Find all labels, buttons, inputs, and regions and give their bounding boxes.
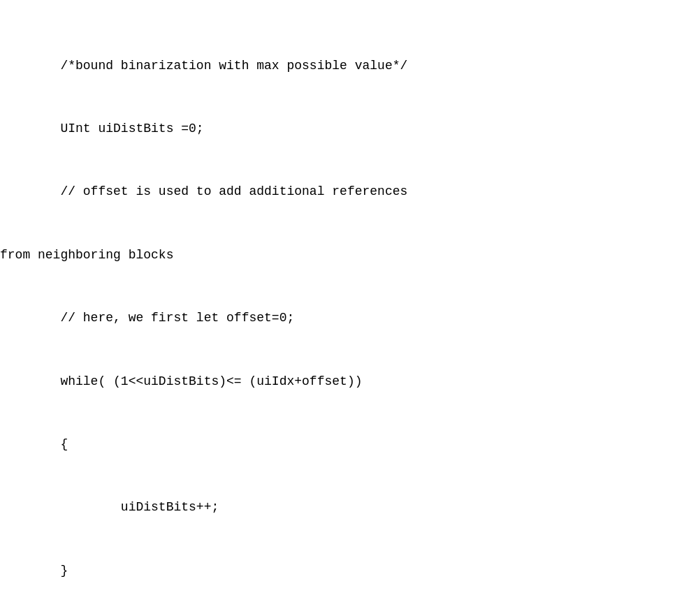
code-line-6: while( (1<<uiDistBits)<= (uiIdx+offset)) (0, 370, 698, 393)
code-line-7: { (0, 433, 698, 456)
code-line-9: } (0, 559, 698, 582)
code-line-5: // here, we first let offset=0; (0, 307, 698, 330)
code-line-8: uiDistBits++; (0, 496, 698, 519)
code-line-4: from neighboring blocks (0, 244, 698, 267)
code-line-1: /*bound binarization with max possible v… (0, 54, 698, 78)
code-line-3: // offset is used to add additional refe… (0, 180, 698, 203)
code-line-2: UInt uiDistBits =0; (0, 117, 698, 140)
code-display: /*bound binarization with max possible v… (0, 14, 698, 616)
